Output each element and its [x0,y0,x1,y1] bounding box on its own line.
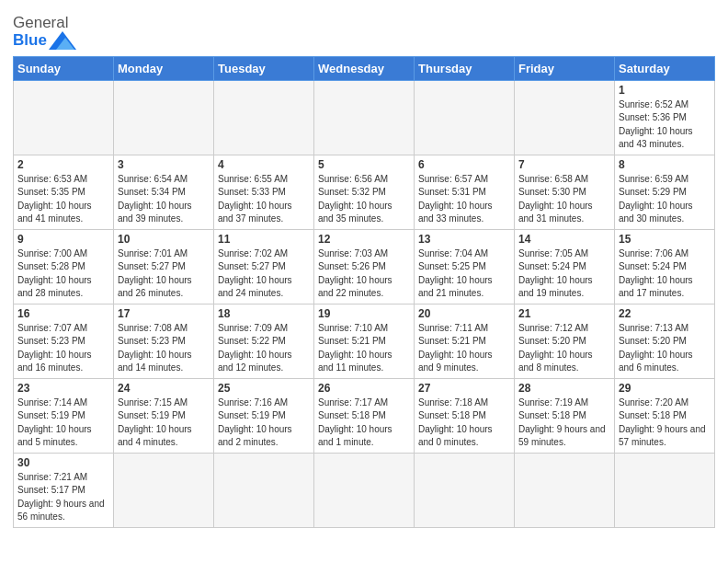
calendar-cell: 10Sunrise: 7:01 AMSunset: 5:27 PMDayligh… [114,229,214,304]
calendar-cell: 16Sunrise: 7:07 AMSunset: 5:23 PMDayligh… [14,304,114,378]
day-number: 12 [318,233,410,246]
day-number: 29 [619,382,711,395]
day-number: 8 [619,158,711,171]
week-row-1: 1Sunrise: 6:52 AMSunset: 5:36 PMDaylight… [14,80,715,155]
calendar-cell: 2Sunrise: 6:53 AMSunset: 5:35 PMDaylight… [14,155,114,229]
sun-info: Sunrise: 7:12 AMSunset: 5:20 PMDaylight:… [518,322,610,375]
sun-info: Sunrise: 7:15 AMSunset: 5:19 PMDaylight:… [118,396,210,450]
calendar-cell: 26Sunrise: 7:17 AMSunset: 5:18 PMDayligh… [314,378,415,453]
calendar-cell: 11Sunrise: 7:02 AMSunset: 5:27 PMDayligh… [214,229,314,304]
day-number: 9 [17,233,109,246]
sun-info: Sunrise: 7:08 AMSunset: 5:23 PMDaylight:… [118,322,210,375]
calendar-cell: 29Sunrise: 7:20 AMSunset: 5:18 PMDayligh… [615,378,715,453]
sun-info: Sunrise: 6:52 AMSunset: 5:36 PMDaylight:… [619,98,711,152]
week-row-6: 30Sunrise: 7:21 AMSunset: 5:17 PMDayligh… [14,453,715,527]
calendar-cell [214,80,314,155]
sun-info: Sunrise: 7:18 AMSunset: 5:18 PMDaylight:… [418,396,510,450]
calendar-cell: 14Sunrise: 7:05 AMSunset: 5:24 PMDayligh… [515,229,615,304]
weekday-header-saturday: Saturday [615,56,715,80]
logo-blue: Blue [13,32,76,51]
calendar-cell: 28Sunrise: 7:19 AMSunset: 5:18 PMDayligh… [515,378,615,453]
calendar-cell [314,453,415,527]
day-number: 6 [418,158,510,171]
sun-info: Sunrise: 7:16 AMSunset: 5:19 PMDaylight:… [218,396,310,450]
calendar-cell: 13Sunrise: 7:04 AMSunset: 5:25 PMDayligh… [415,229,515,304]
sun-info: Sunrise: 6:57 AMSunset: 5:31 PMDaylight:… [418,173,510,226]
day-number: 4 [218,158,310,171]
sun-info: Sunrise: 7:00 AMSunset: 5:28 PMDaylight:… [17,247,109,301]
week-row-3: 9Sunrise: 7:00 AMSunset: 5:28 PMDaylight… [14,229,715,304]
sun-info: Sunrise: 7:14 AMSunset: 5:19 PMDaylight:… [17,396,109,450]
day-number: 19 [318,307,410,320]
sun-info: Sunrise: 7:03 AMSunset: 5:26 PMDaylight:… [318,247,410,301]
calendar-cell [415,80,515,155]
calendar-cell: 18Sunrise: 7:09 AMSunset: 5:22 PMDayligh… [214,304,314,378]
calendar-cell [14,80,114,155]
sun-info: Sunrise: 7:21 AMSunset: 5:17 PMDaylight:… [17,471,109,524]
calendar-cell: 1Sunrise: 6:52 AMSunset: 5:36 PMDaylight… [615,80,715,155]
calendar-cell: 22Sunrise: 7:13 AMSunset: 5:20 PMDayligh… [615,304,715,378]
sun-info: Sunrise: 6:53 AMSunset: 5:35 PMDaylight:… [17,173,109,226]
calendar-cell: 21Sunrise: 7:12 AMSunset: 5:20 PMDayligh… [515,304,615,378]
weekday-header-row: SundayMondayTuesdayWednesdayThursdayFrid… [14,56,715,80]
calendar-cell: 5Sunrise: 6:56 AMSunset: 5:32 PMDaylight… [314,155,415,229]
day-number: 28 [518,382,610,395]
sun-info: Sunrise: 7:13 AMSunset: 5:20 PMDaylight:… [619,322,711,375]
calendar-cell: 9Sunrise: 7:00 AMSunset: 5:28 PMDaylight… [14,229,114,304]
calendar-cell: 24Sunrise: 7:15 AMSunset: 5:19 PMDayligh… [114,378,214,453]
day-number: 20 [418,307,510,320]
header: General Blue [13,9,715,51]
sun-info: Sunrise: 7:17 AMSunset: 5:18 PMDaylight:… [318,396,410,450]
logo: General Blue [13,15,76,51]
sun-info: Sunrise: 7:04 AMSunset: 5:25 PMDaylight:… [418,247,510,301]
sun-info: Sunrise: 6:58 AMSunset: 5:30 PMDaylight:… [518,173,610,226]
sun-info: Sunrise: 6:56 AMSunset: 5:32 PMDaylight:… [318,173,410,226]
calendar-cell [314,80,415,155]
calendar-cell: 3Sunrise: 6:54 AMSunset: 5:34 PMDaylight… [114,155,214,229]
day-number: 5 [318,158,410,171]
weekday-header-thursday: Thursday [415,56,515,80]
day-number: 14 [518,233,610,246]
calendar-cell: 19Sunrise: 7:10 AMSunset: 5:21 PMDayligh… [314,304,415,378]
day-number: 22 [619,307,711,320]
sun-info: Sunrise: 7:06 AMSunset: 5:24 PMDaylight:… [619,247,711,301]
sun-info: Sunrise: 7:09 AMSunset: 5:22 PMDaylight:… [218,322,310,375]
page: General Blue SundayMondayTuesdayWednesda… [0,0,728,537]
calendar-cell [415,453,515,527]
calendar-cell: 15Sunrise: 7:06 AMSunset: 5:24 PMDayligh… [615,229,715,304]
sun-info: Sunrise: 7:05 AMSunset: 5:24 PMDaylight:… [518,247,610,301]
calendar-cell: 6Sunrise: 6:57 AMSunset: 5:31 PMDaylight… [415,155,515,229]
day-number: 18 [218,307,310,320]
logo-icon [49,30,76,51]
weekday-header-friday: Friday [515,56,615,80]
calendar-cell [114,80,214,155]
calendar-cell: 30Sunrise: 7:21 AMSunset: 5:17 PMDayligh… [14,453,114,527]
weekday-header-monday: Monday [114,56,214,80]
day-number: 21 [518,307,610,320]
day-number: 30 [17,456,109,469]
sun-info: Sunrise: 6:59 AMSunset: 5:29 PMDaylight:… [619,173,711,226]
calendar-cell: 7Sunrise: 6:58 AMSunset: 5:30 PMDaylight… [515,155,615,229]
day-number: 17 [118,307,210,320]
calendar: SundayMondayTuesdayWednesdayThursdayFrid… [13,56,715,528]
calendar-cell [114,453,214,527]
weekday-header-wednesday: Wednesday [314,56,415,80]
day-number: 16 [17,307,109,320]
day-number: 10 [118,233,210,246]
day-number: 1 [619,84,711,97]
week-row-4: 16Sunrise: 7:07 AMSunset: 5:23 PMDayligh… [14,304,715,378]
sun-info: Sunrise: 6:55 AMSunset: 5:33 PMDaylight:… [218,173,310,226]
weekday-header-tuesday: Tuesday [214,56,314,80]
sun-info: Sunrise: 7:11 AMSunset: 5:21 PMDaylight:… [418,322,510,375]
calendar-cell [515,80,615,155]
day-number: 11 [218,233,310,246]
day-number: 23 [17,382,109,395]
week-row-2: 2Sunrise: 6:53 AMSunset: 5:35 PMDaylight… [14,155,715,229]
calendar-cell [214,453,314,527]
calendar-cell: 12Sunrise: 7:03 AMSunset: 5:26 PMDayligh… [314,229,415,304]
calendar-cell: 17Sunrise: 7:08 AMSunset: 5:23 PMDayligh… [114,304,214,378]
day-number: 27 [418,382,510,395]
calendar-cell: 8Sunrise: 6:59 AMSunset: 5:29 PMDaylight… [615,155,715,229]
day-number: 7 [518,158,610,171]
calendar-cell: 20Sunrise: 7:11 AMSunset: 5:21 PMDayligh… [415,304,515,378]
